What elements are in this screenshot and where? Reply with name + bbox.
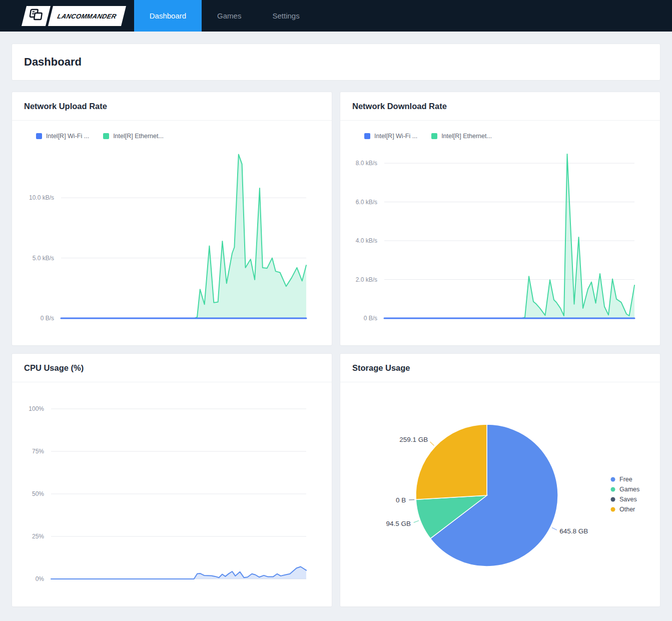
brand-name: LANCOMMANDER bbox=[57, 12, 117, 20]
tab-games[interactable]: Games bbox=[202, 0, 257, 32]
y-tick-label: 8.0 kB/s bbox=[356, 160, 377, 167]
pie-label-line bbox=[409, 499, 414, 500]
pie-value-label: 259.1 GB bbox=[399, 436, 428, 443]
lancommander-monitors-icon bbox=[28, 8, 45, 24]
app-header: LANCOMMANDER Dashboard Games Settings bbox=[0, 0, 672, 32]
brand-logo[interactable]: LANCOMMANDER bbox=[24, 0, 124, 32]
tab-dashboard[interactable]: Dashboard bbox=[134, 0, 202, 32]
upload-chart: 10.0 kB/s5.0 kB/s0 B/s bbox=[12, 92, 332, 345]
y-tick-label: 0 B/s bbox=[364, 315, 377, 322]
pie-legend-dot[interactable] bbox=[611, 507, 615, 512]
pie-legend-dot[interactable] bbox=[611, 477, 615, 482]
pie-legend-dot[interactable] bbox=[611, 497, 615, 502]
pie-label-line bbox=[430, 442, 434, 446]
y-tick-label: 25% bbox=[32, 533, 44, 540]
y-tick-label: 0% bbox=[36, 575, 45, 582]
logo-plates: LANCOMMANDER bbox=[22, 6, 126, 26]
panel-network-download: Network Download Rate Intel[R] Wi-Fi ...… bbox=[340, 92, 660, 345]
y-tick-label: 0 B/s bbox=[41, 315, 54, 322]
y-tick-label: 4.0 kB/s bbox=[356, 237, 377, 244]
y-tick-label: 6.0 kB/s bbox=[356, 199, 377, 206]
storage-pie-chart: 645.8 GB94.5 GB0 B259.1 GBFreeGamesSaves… bbox=[340, 354, 660, 606]
y-tick-label: 2.0 kB/s bbox=[356, 276, 377, 283]
y-tick-label: 5.0 kB/s bbox=[33, 255, 54, 262]
y-tick-label: 75% bbox=[32, 448, 44, 455]
pie-legend-dot[interactable] bbox=[611, 487, 615, 492]
series-line bbox=[384, 154, 634, 318]
series-line bbox=[51, 567, 306, 579]
pie-legend-label: Saves bbox=[619, 496, 637, 503]
panel-storage-usage: Storage Usage 645.8 GB94.5 GB0 B259.1 GB… bbox=[340, 354, 660, 606]
pie-legend-label: Free bbox=[619, 476, 632, 483]
pie-legend-label: Games bbox=[619, 486, 639, 493]
pie-label-line bbox=[414, 520, 419, 522]
page-title-card: Dashboard bbox=[12, 44, 660, 80]
download-chart: 8.0 kB/s6.0 kB/s4.0 kB/s2.0 kB/s0 B/s bbox=[340, 92, 660, 345]
logo-icon-plate bbox=[22, 6, 51, 26]
panel-network-upload: Network Upload Rate Intel[R] Wi-Fi ... I… bbox=[12, 92, 332, 345]
tab-settings[interactable]: Settings bbox=[257, 0, 315, 32]
pie-value-label: 645.8 GB bbox=[559, 527, 588, 535]
pie-value-label: 0 B bbox=[396, 496, 406, 504]
page-title: Dashboard bbox=[12, 56, 82, 69]
cpu-chart: 100%75%50%25%0% bbox=[12, 354, 332, 606]
series-area bbox=[61, 155, 306, 318]
y-tick-label: 10.0 kB/s bbox=[29, 194, 54, 201]
y-tick-label: 100% bbox=[29, 405, 44, 412]
main-nav: Dashboard Games Settings bbox=[134, 0, 315, 32]
pie-legend-label: Other bbox=[619, 506, 635, 513]
pie-value-label: 94.5 GB bbox=[386, 520, 411, 527]
panel-cpu-usage: CPU Usage (%) 100%75%50%25%0% bbox=[12, 354, 332, 606]
logo-text-plate: LANCOMMANDER bbox=[48, 6, 126, 26]
pie-label-line bbox=[552, 527, 557, 530]
y-tick-label: 50% bbox=[32, 490, 44, 497]
